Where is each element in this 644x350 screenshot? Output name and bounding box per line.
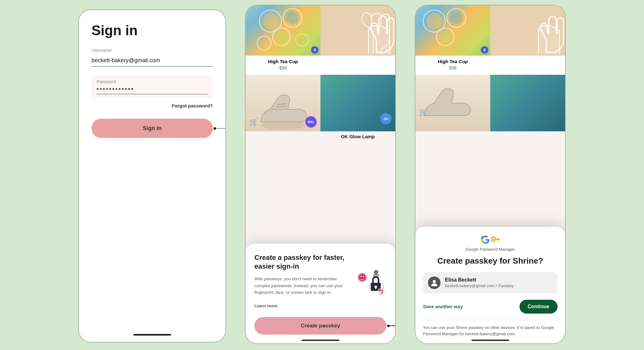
username-label: Username [92,48,213,53]
gpm-title: Create passkey for Shrine? [423,256,558,266]
shoe-product: 🛒 MAL [246,75,320,142]
gpm-footnote: You can use your Shrine passkey on other… [423,325,558,337]
tea-cup-price: $36 [250,65,316,70]
passkey-desc: With passkeys, you don't need to remembe… [254,276,348,309]
signin-button[interactable]: Sign in [92,119,213,138]
peace-hand-svg [323,5,395,56]
home-indicator-1 [133,334,171,336]
arrow-line-1 [216,128,225,129]
svg-point-25 [440,31,451,42]
user-name: Elisa Beckett [445,277,514,283]
passkey-content: Create a passkey for faster, easier sign… [254,253,386,309]
arrow-connector-1 [214,127,225,130]
passkey-desc-text: With passkeys, you don't need to remembe… [254,276,343,295]
s3-shoe: 🛒 [415,75,490,131]
product-info-row-1: High Tea Cup $36 [246,56,395,75]
page-top-area: Sign in [79,10,225,41]
s3-cart-icon[interactable]: 🛒 [419,108,428,116]
continue-button[interactable]: Continue [519,300,558,314]
s3-shoe-svg [415,75,478,125]
signin-form: Username Password •••••••••••• Fo [79,41,225,144]
phone-screen-1: Sign in Username Password •••••• [78,9,226,342]
forgot-password-link[interactable]: Forgot password? [172,103,213,108]
save-another-button[interactable]: Save another way [423,304,463,309]
arrow-connector-2 [387,324,395,328]
user-info: Elisa Beckett beckett-bakery@gmail.com •… [445,277,514,288]
user-avatar [428,276,441,289]
s3-glow [490,75,565,131]
s3-bottom-products: 🛒 [415,75,565,131]
s3-top-row: 6 [415,5,565,56]
svg-point-27 [492,238,494,240]
badge-6-left: 6 [311,46,319,54]
learn-more-link[interactable]: Learn more [254,304,278,308]
gpm-divider [423,320,558,320]
phone-screen-2: 6 [245,5,396,344]
s3-plates-svg [415,5,478,56]
bottom-products-row: 🛒 MAL OK Glow Lamp alpi [246,75,395,142]
glow-lamp-info: OK Glow Lamp [320,131,395,142]
svg-rect-30 [497,239,498,240]
home-indicator-2 [302,340,339,341]
s3-product-info: High Tea Cup $36 [415,56,565,75]
svg-point-5 [276,31,287,42]
s3-empty-info [490,56,565,75]
top-left-product: 6 [246,5,320,56]
arrow-dot-2 [387,325,390,327]
svg-point-21 [426,13,442,29]
s3-tea-cup-name: High Tea Cup [420,59,486,64]
avatar-alpi: alpi [380,113,391,124]
s3-top-right [490,5,565,56]
cart-icon-left[interactable]: 🛒 [249,118,258,126]
s3-tea-cup-info: High Tea Cup $36 [415,56,490,75]
password-wrapper: Password •••••••••••• [92,75,213,98]
glow-lamp-name: OK Glow Lamp [325,134,391,139]
s3-plates-img [415,5,490,56]
forgot-password-area: Forgot password? [92,103,213,109]
empty-product-info [320,56,395,75]
arrow-dot-1 [214,127,216,130]
phone-screen-3: 6 High Tea Cup $36 [415,5,566,344]
create-passkey-button[interactable]: Create passkey [254,317,386,335]
gpm-key-icon [491,236,500,242]
plates-image [246,5,320,56]
passkey-illustration [353,253,386,309]
svg-rect-28 [495,238,500,239]
tea-cup-name: High Tea Cup [250,59,316,64]
person-icon [431,279,438,286]
svg-point-1 [263,13,278,29]
user-card: Elisa Beckett beckett-bakery@gmail.com •… [423,272,558,293]
arrow-line-2 [390,325,395,326]
s3-glow-img [490,75,565,131]
s3-tea-cup-price: $36 [420,65,486,70]
s3-peace-hand [493,5,565,56]
svg-rect-29 [498,239,499,241]
svg-point-3 [286,12,299,24]
screen-2-wrapper: 6 [245,5,396,344]
svg-point-18 [377,288,385,295]
top-right-product [320,5,395,56]
gpm-icon-row [423,234,558,244]
svg-point-6 [257,36,271,50]
glow-lamp-product: OK Glow Lamp alpi [320,75,395,142]
svg-point-7 [296,34,308,46]
google-g-icon [480,234,490,244]
gpm-actions-row: Save another way Continue [423,300,558,314]
top-products-row: 6 [246,5,395,56]
gpm-provider-label: Google Password Manager [423,247,558,252]
passkey-text-area: Create a passkey for faster, easier sign… [254,253,348,309]
s3-badge-6: 6 [481,46,488,54]
s3-shoe-img [415,75,490,131]
username-group: Username [92,48,213,67]
username-input[interactable] [92,55,213,67]
svg-point-19 [374,270,378,274]
create-passkey-wrapper: Create passkey [254,317,386,335]
user-email: beckett-bakery@gmail.com • Passkey [445,283,514,288]
svg-point-13 [360,276,362,277]
gpm-dialog: Google Password Manager Create passkey f… [415,227,565,343]
password-label: Password [97,79,208,84]
signin-button-wrapper: Sign in [92,119,213,138]
passkey-title: Create a passkey for faster, easier sign… [254,253,348,271]
shoe-svg [252,81,314,131]
svg-point-23 [450,12,463,24]
